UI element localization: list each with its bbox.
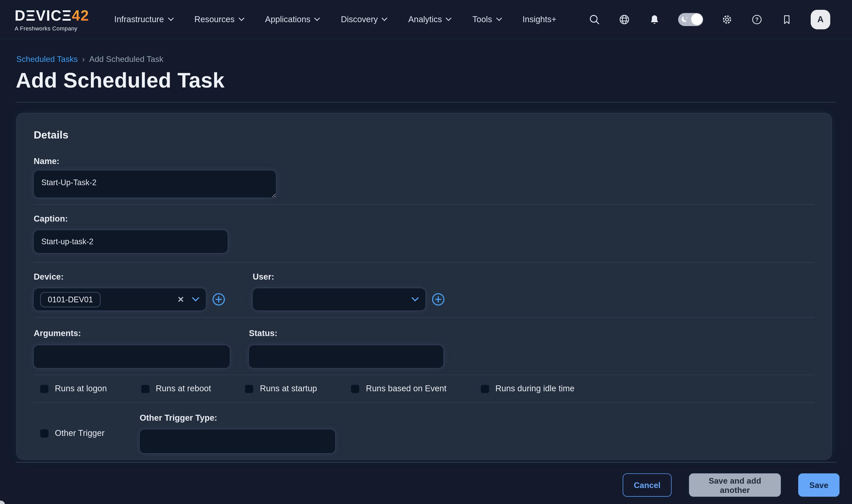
floating-widget-corner: [0, 500, 5, 504]
divider: [34, 262, 814, 263]
checkbox-label: Runs at reboot: [156, 384, 211, 394]
name-label: Name:: [34, 156, 814, 166]
nav-tools[interactable]: Tools: [472, 15, 502, 24]
avatar-initial: A: [817, 15, 823, 24]
user-select[interactable]: [253, 288, 425, 310]
chevron-down-icon: [314, 17, 320, 21]
runs-based-on-event-checkbox[interactable]: [351, 384, 360, 393]
chevron-down-icon: [446, 17, 452, 21]
caption-label: Caption:: [34, 214, 814, 223]
nav-label: Discovery: [341, 15, 378, 24]
nav-discovery[interactable]: Discovery: [341, 15, 387, 24]
chevron-down-icon[interactable]: [192, 297, 199, 302]
device-field-group: Device: 0101-DEV01 ✕: [34, 272, 253, 310]
runs-at-startup-checkbox[interactable]: [245, 384, 254, 393]
add-device-button[interactable]: [212, 292, 226, 306]
breadcrumb-separator: ›: [82, 54, 85, 64]
chevron-down-icon: [168, 17, 174, 21]
divider: [16, 102, 836, 103]
bookmark-icon[interactable]: [781, 13, 793, 25]
runs-at-reboot-checkbox[interactable]: [141, 384, 149, 393]
help-icon[interactable]: ?: [751, 13, 763, 25]
divider: [34, 317, 814, 318]
page-title: Add Scheduled Task: [16, 68, 225, 92]
other-trigger-row: Other Trigger Other Trigger Type:: [34, 413, 814, 453]
caption-input[interactable]: [34, 230, 227, 253]
nav-infrastructure[interactable]: Infrastructure: [115, 15, 174, 24]
top-navigation-bar: DΞVICΞ42 A Freshworks Company Infrastruc…: [0, 0, 852, 39]
nav-label: Infrastructure: [115, 15, 164, 24]
chevron-down-icon: [382, 17, 387, 21]
other-trigger-type-group: Other Trigger Type:: [140, 413, 335, 453]
settings-gear-icon[interactable]: [721, 13, 733, 25]
breadcrumb-scheduled-tasks-link[interactable]: Scheduled Tasks: [16, 54, 78, 64]
checkbox-label: Runs at logon: [55, 384, 107, 394]
nav-label: Resources: [194, 15, 235, 24]
checkbox-label: Runs during idle time: [495, 384, 574, 394]
nav-label: Insights+: [523, 15, 557, 24]
runs-at-startup-option: Runs at startup: [245, 384, 317, 394]
save-and-add-another-button[interactable]: Save and add another: [689, 473, 781, 497]
logo-tagline: A Freshworks Company: [15, 25, 89, 31]
runs-during-idle-time-option: Runs during idle time: [481, 384, 574, 394]
form-action-bar: Cancel Save and add another Save: [623, 473, 840, 497]
other-trigger-option: Other Trigger: [40, 413, 140, 453]
nav-label: Tools: [472, 15, 492, 24]
name-input[interactable]: [34, 170, 276, 198]
device42-logo[interactable]: DΞVICΞ42 A Freshworks Company: [15, 8, 89, 31]
toggle-knob: [691, 14, 702, 25]
trigger-options-row: Runs at logon Runs at reboot Runs at sta…: [34, 384, 814, 394]
moon-icon: [680, 15, 690, 26]
section-title: Details: [34, 129, 814, 141]
chevron-down-icon: [238, 17, 244, 21]
status-field-group: Status:: [249, 328, 443, 368]
chevron-down-icon: [496, 17, 502, 21]
runs-at-reboot-option: Runs at reboot: [141, 384, 211, 394]
details-panel: Details Name: Caption: Device: 0101-DEV0…: [17, 113, 831, 460]
clear-icon[interactable]: ✕: [175, 294, 187, 304]
globe-icon[interactable]: [618, 13, 630, 25]
logo-brand-accent: 42: [72, 7, 89, 24]
checkbox-label: Runs based on Event: [366, 384, 447, 394]
divider: [34, 375, 814, 375]
user-label: User:: [253, 272, 445, 282]
divider: [34, 402, 814, 403]
other-trigger-type-input[interactable]: [140, 430, 335, 453]
other-trigger-checkbox[interactable]: [40, 429, 49, 437]
nav-label: Applications: [265, 15, 310, 24]
arguments-field-group: Arguments:: [34, 328, 249, 368]
checkbox-label: Runs at startup: [260, 384, 317, 394]
nav-applications[interactable]: Applications: [265, 15, 320, 24]
chevron-down-icon[interactable]: [411, 297, 419, 302]
runs-during-idle-time-checkbox[interactable]: [481, 384, 489, 393]
status-input[interactable]: [249, 345, 443, 368]
user-avatar[interactable]: A: [811, 10, 830, 29]
breadcrumb: Scheduled Tasks › Add Scheduled Task: [16, 54, 163, 64]
app-root: DΞVICΞ42 A Freshworks Company Infrastruc…: [0, 0, 852, 504]
divider: [16, 462, 836, 463]
notifications-bell-icon[interactable]: [648, 13, 660, 25]
arguments-input[interactable]: [34, 345, 230, 368]
device-chip: 0101-DEV01: [40, 292, 101, 307]
nav-resources[interactable]: Resources: [194, 15, 244, 24]
cancel-button[interactable]: Cancel: [623, 473, 672, 497]
logo-brand-text: DΞVICΞ: [15, 7, 72, 24]
add-user-button[interactable]: [431, 292, 445, 306]
main-menu: Infrastructure Resources Applications Di…: [115, 15, 557, 24]
nav-insights-plus[interactable]: Insights+: [523, 15, 557, 24]
arguments-label: Arguments:: [34, 328, 249, 338]
runs-at-logon-checkbox[interactable]: [40, 384, 49, 393]
breadcrumb-current: Add Scheduled Task: [89, 54, 163, 64]
search-icon[interactable]: [588, 13, 600, 25]
runs-based-on-event-option: Runs based on Event: [351, 384, 447, 394]
save-button[interactable]: Save: [798, 473, 840, 497]
device-select[interactable]: 0101-DEV01 ✕: [34, 288, 206, 310]
nav-analytics[interactable]: Analytics: [408, 15, 452, 24]
logo-wordmark: DΞVICΞ42: [15, 8, 89, 23]
header-actions: ? A: [588, 10, 830, 29]
device-label: Device:: [34, 272, 253, 282]
user-field-group: User:: [253, 272, 445, 310]
other-trigger-type-label: Other Trigger Type:: [140, 413, 335, 423]
theme-toggle[interactable]: [678, 13, 703, 26]
svg-text:?: ?: [755, 16, 759, 22]
